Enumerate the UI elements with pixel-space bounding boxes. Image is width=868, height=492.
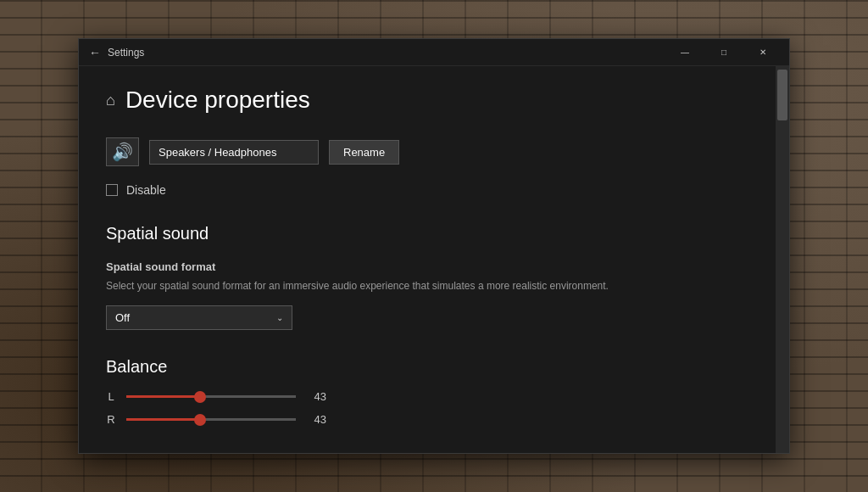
balance-section: Balance L 43 R 43 — [106, 357, 748, 426]
right-balance-slider[interactable] — [126, 418, 296, 421]
right-channel-row: R 43 — [106, 413, 748, 426]
right-balance-value: 43 — [306, 413, 326, 426]
page-header: ⌂ Device properties — [106, 87, 748, 114]
maximize-button[interactable]: □ — [704, 39, 743, 66]
disable-label: Disable — [126, 183, 166, 197]
back-button[interactable]: ← — [86, 46, 104, 59]
content-area: ⌂ Device properties 🔊 Rename Disable Spa… — [79, 66, 789, 453]
dropdown-value: Off — [115, 311, 130, 324]
left-channel-label: L — [106, 390, 116, 403]
spatial-sound-dropdown[interactable]: Off ⌄ — [106, 305, 292, 330]
home-icon: ⌂ — [106, 92, 115, 109]
spatial-sound-section: Spatial sound Spatial sound format Selec… — [106, 224, 748, 330]
page-title: Device properties — [125, 87, 310, 114]
spatial-sound-description: Select your spatial sound format for an … — [106, 278, 748, 294]
window-title: Settings — [104, 47, 665, 59]
close-button[interactable]: ✕ — [743, 39, 782, 66]
spatial-sound-title: Spatial sound — [106, 224, 748, 243]
settings-window: ← Settings — □ ✕ ⌂ Device properties 🔊 R… — [78, 38, 790, 454]
scrollbar-thumb[interactable] — [777, 70, 787, 120]
balance-title: Balance — [106, 357, 748, 377]
scrollbar-track[interactable] — [776, 66, 789, 453]
device-name-input[interactable] — [149, 140, 319, 165]
chevron-down-icon: ⌄ — [276, 313, 283, 322]
titlebar-controls: — □ ✕ — [665, 39, 782, 66]
disable-checkbox[interactable] — [106, 184, 118, 196]
right-channel-label: R — [106, 413, 116, 426]
speaker-icon: 🔊 — [106, 137, 139, 166]
titlebar: ← Settings — □ ✕ — [79, 39, 789, 66]
spatial-sound-field-label: Spatial sound format — [106, 260, 748, 273]
left-balance-value: 43 — [306, 390, 326, 403]
left-channel-row: L 43 — [106, 390, 748, 403]
minimize-button[interactable]: — — [665, 39, 704, 66]
main-content: ⌂ Device properties 🔊 Rename Disable Spa… — [79, 66, 776, 453]
rename-button[interactable]: Rename — [329, 140, 399, 165]
left-balance-slider[interactable] — [126, 395, 296, 398]
device-name-row: 🔊 Rename — [106, 137, 748, 166]
disable-row: Disable — [106, 183, 748, 197]
